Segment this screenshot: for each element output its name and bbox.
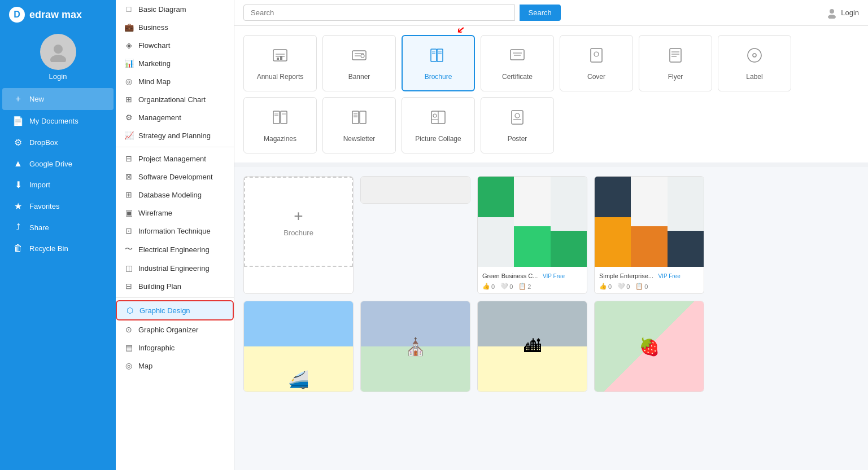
favorites-icon: ★	[12, 201, 24, 212]
magazines-label: Magazines	[264, 135, 296, 143]
sidebar-item-new-label: New	[29, 95, 44, 103]
middle-nav-electrical-engineering[interactable]: 〜 Electrical Engineering	[116, 240, 234, 259]
software-icon: ⊠	[124, 172, 134, 181]
category-annual-reports[interactable]: Annual Reports	[243, 35, 317, 91]
middle-nav-marketing[interactable]: 📊 Marketing	[116, 54, 234, 72]
middle-nav-section-3: ⬡ Graphic Design ⊙ Graphic Organizer ▤ I…	[116, 297, 234, 375]
green-col1	[478, 177, 514, 267]
category-poster[interactable]: Poster	[481, 97, 554, 153]
middle-nav-database-modeling[interactable]: ⊞ Database Modeling	[116, 186, 234, 204]
org-chart-icon: ⊞	[124, 95, 134, 104]
green-template-card[interactable]: Green Business C... VIP Free 👍 0 🤍 0 📋 2	[477, 176, 587, 294]
middle-nav-infographic[interactable]: ▤ Infographic	[116, 339, 234, 357]
orange-template-footer: Orange Simple C... VIP Free 👍 0 🤍 0 📋 6	[361, 203, 470, 204]
category-label[interactable]: Label	[718, 35, 791, 91]
city-visual: 🏙	[478, 301, 587, 392]
middle-nav-database-label: Database Modeling	[138, 191, 202, 199]
my-documents-icon: 📄	[12, 116, 24, 126]
middle-nav-graphic-organizer-label: Graphic Organizer	[138, 326, 198, 334]
poster-icon	[508, 108, 526, 130]
svg-rect-35	[352, 111, 359, 124]
sidebar-item-share[interactable]: ⤴ Share	[2, 217, 114, 238]
middle-nav-map[interactable]: ◎ Map	[116, 357, 234, 375]
svg-point-12	[361, 54, 364, 58]
marketing-icon: 📊	[124, 59, 134, 68]
middle-nav-strategy-planning[interactable]: 📈 Strategy and Planning	[116, 126, 234, 144]
category-certificate[interactable]: Certificate	[481, 35, 554, 91]
login-button[interactable]: Login	[826, 7, 859, 19]
management-icon: ⚙	[124, 113, 134, 122]
flowchart-icon: ◈	[124, 41, 134, 50]
category-newsletter[interactable]: Newsletter	[322, 97, 396, 153]
annual-reports-label: Annual Reports	[257, 73, 304, 81]
business-icon: 💼	[124, 23, 134, 32]
sidebar-logo: D edraw max	[0, 0, 116, 29]
middle-nav-strategy-label: Strategy and Planning	[138, 131, 211, 140]
orange-template-card[interactable]: Orange Simple C... VIP Free 👍 0 🤍 0 📋 6	[360, 176, 470, 204]
middle-nav-graphic-organizer[interactable]: ⊙ Graphic Organizer	[116, 320, 234, 339]
category-brochure[interactable]: ➔ Brochure	[402, 35, 475, 91]
category-magazines[interactable]: Magazines	[243, 97, 317, 153]
recycle-bin-icon: 🗑	[12, 243, 24, 253]
new-template-thumb[interactable]: + Brochure	[244, 177, 353, 267]
fruit-template-card[interactable]: 🍓	[594, 301, 704, 392]
middle-nav-mind-map[interactable]: ◎ Mind Map	[116, 72, 234, 90]
enterprise-col1	[595, 177, 631, 267]
enterprise-template-thumb	[595, 177, 704, 267]
middle-nav-software-development[interactable]: ⊠ Software Development	[116, 168, 234, 186]
church-template-thumb: ⛪	[361, 301, 470, 392]
green-likes: 👍 0	[482, 283, 495, 290]
category-cover[interactable]: Cover	[560, 35, 633, 91]
enterprise-likes: 👍 0	[599, 283, 612, 290]
category-flyer[interactable]: Flyer	[639, 35, 712, 91]
svg-point-42	[433, 114, 437, 117]
category-banner[interactable]: Banner	[322, 35, 396, 91]
city-template-card[interactable]: 🏙	[477, 301, 587, 392]
sidebar-item-recycle-bin[interactable]: 🗑 Recycle Bin	[2, 238, 114, 258]
middle-nav-management-label: Management	[138, 113, 181, 122]
svg-point-23	[594, 52, 599, 56]
label-icon	[745, 46, 764, 68]
sidebar-item-new[interactable]: ＋ New	[2, 88, 114, 110]
middle-nav-organizational-chart[interactable]: ⊞ Organizational Chart	[116, 90, 234, 108]
picture-collage-icon	[429, 108, 447, 130]
middle-nav-flowchart[interactable]: ◈ Flowchart	[116, 36, 234, 54]
svg-rect-7	[277, 58, 279, 60]
category-grid: Annual Reports Banner ➔ Brochure	[243, 35, 859, 153]
middle-nav-business[interactable]: 💼 Business	[116, 18, 234, 36]
sidebar-item-import[interactable]: ⬇ Import	[2, 174, 114, 195]
category-picture-collage[interactable]: Picture Collage	[402, 97, 475, 153]
search-button[interactable]: Search	[520, 5, 561, 21]
middle-nav: □ Basic Diagram 💼 Business ◈ Flowchart 📊…	[116, 0, 234, 470]
map-icon: ◎	[124, 361, 134, 370]
middle-nav-basic-diagram[interactable]: □ Basic Diagram	[116, 0, 234, 18]
church-template-card[interactable]: ⛪	[360, 301, 470, 392]
sidebar-item-my-documents[interactable]: 📄 My Documents	[2, 111, 114, 131]
middle-nav-information-technique[interactable]: ⊡ Information Technique	[116, 222, 234, 240]
middle-nav-graphic-design[interactable]: ⬡ Graphic Design	[116, 300, 234, 320]
svg-point-3	[828, 15, 836, 19]
middle-nav-wireframe[interactable]: ▣ Wireframe	[116, 204, 234, 222]
middle-nav-project-management[interactable]: ⊟ Project Management	[116, 150, 234, 168]
search-input[interactable]	[243, 5, 515, 21]
train-template-card[interactable]: 🚄	[243, 301, 354, 392]
enterprise-template-card[interactable]: Simple Enterprise... VIP Free 👍 0 🤍 0 📋 …	[594, 176, 704, 294]
cover-icon	[587, 46, 605, 68]
banner-icon	[350, 46, 368, 68]
annual-reports-icon	[271, 46, 289, 68]
sidebar-item-dropbox[interactable]: ⚙ DropBox	[2, 132, 114, 153]
svg-point-1	[50, 55, 66, 62]
sidebar-item-recycle-bin-label: Recycle Bin	[29, 244, 68, 253]
svg-rect-22	[591, 49, 602, 62]
middle-nav-industrial-engineering[interactable]: ◫ Industrial Engineering	[116, 259, 234, 277]
sidebar-item-favorites[interactable]: ★ Favorites	[2, 196, 114, 217]
middle-nav-management[interactable]: ⚙ Management	[116, 108, 234, 126]
svg-rect-31	[281, 111, 287, 124]
green-template-badge: VIP Free	[543, 273, 565, 279]
basic-diagram-icon: □	[124, 5, 134, 14]
sidebar-item-favorites-label: Favorites	[29, 202, 59, 210]
brochure-icon	[429, 46, 447, 68]
middle-nav-building-plan[interactable]: ⊟ Building Plan	[116, 277, 234, 295]
new-template-card[interactable]: + Brochure	[243, 176, 354, 294]
sidebar-item-google-drive[interactable]: ▲ Google Drive	[2, 153, 114, 174]
